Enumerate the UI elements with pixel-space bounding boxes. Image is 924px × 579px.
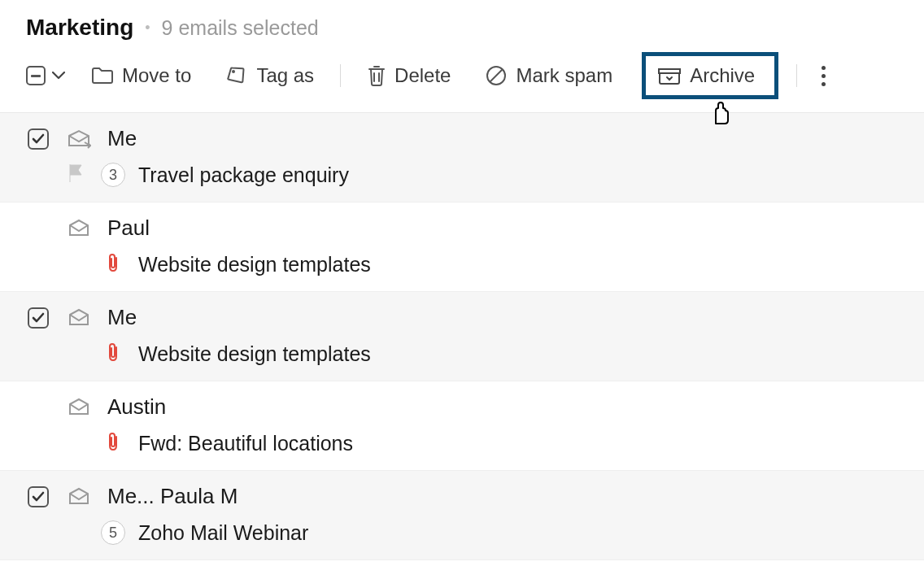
email-subject: Website design templates bbox=[138, 253, 371, 276]
email-subject: Zoho Mail Webinar bbox=[138, 521, 308, 545]
mark-spam-button[interactable]: Mark spam bbox=[477, 59, 621, 92]
more-actions-button[interactable] bbox=[815, 61, 832, 91]
email-row[interactable]: Me... Paula M5Zoho Mail Webinar bbox=[0, 471, 924, 560]
sender-name: Austin bbox=[107, 394, 166, 420]
envelope-icon bbox=[65, 398, 93, 417]
kebab-dot bbox=[822, 74, 826, 78]
mark-spam-label: Mark spam bbox=[516, 64, 612, 87]
move-to-button[interactable]: Move to bbox=[83, 59, 199, 92]
selection-count: 9 emails selected bbox=[162, 16, 319, 40]
envelope-icon bbox=[65, 308, 93, 328]
envelope-icon bbox=[65, 219, 93, 238]
toolbar-separator bbox=[796, 64, 797, 87]
checkbox-indeterminate-icon bbox=[26, 66, 46, 85]
row-checkbox[interactable] bbox=[28, 128, 49, 150]
sender-name: Paul bbox=[107, 215, 150, 241]
row-checkbox[interactable] bbox=[28, 307, 49, 329]
archive-icon bbox=[657, 66, 682, 85]
kebab-dot bbox=[822, 66, 826, 70]
toolbar: Move to Tag as Delete Mark spam Archive bbox=[0, 46, 924, 113]
svg-point-0 bbox=[232, 70, 235, 73]
row-checkbox[interactable] bbox=[28, 486, 49, 507]
kebab-dot bbox=[822, 82, 826, 86]
delete-label: Delete bbox=[394, 64, 451, 87]
attachment-icon bbox=[107, 431, 120, 455]
sender-name: Me bbox=[107, 305, 137, 330]
email-row[interactable]: AustinFwd: Beautiful locations bbox=[0, 381, 924, 471]
sender-name: Me bbox=[107, 126, 137, 151]
tag-as-button[interactable]: Tag as bbox=[217, 59, 322, 92]
archive-label: Archive bbox=[690, 64, 755, 87]
tag-icon bbox=[225, 65, 248, 86]
email-row[interactable]: PaulWebsite design templates bbox=[0, 202, 924, 292]
envelope-icon bbox=[65, 487, 93, 507]
archive-button[interactable]: Archive bbox=[642, 52, 778, 99]
chevron-down-icon bbox=[52, 68, 65, 83]
email-subject: Fwd: Beautiful locations bbox=[138, 432, 353, 455]
select-all-toggle[interactable] bbox=[26, 66, 65, 85]
trash-icon bbox=[367, 64, 386, 87]
email-subject: Travel package enquiry bbox=[138, 163, 349, 187]
thread-count-badge: 5 bbox=[101, 520, 125, 545]
block-icon bbox=[485, 64, 508, 87]
email-row[interactable]: Me3Travel package enquiry bbox=[0, 113, 924, 202]
email-list: Me3Travel package enquiryPaulWebsite des… bbox=[0, 113, 924, 560]
svg-line-2 bbox=[490, 70, 503, 82]
thread-count-badge: 3 bbox=[101, 163, 125, 187]
move-to-label: Move to bbox=[122, 64, 191, 87]
email-subject: Website design templates bbox=[138, 342, 371, 366]
folder-icon bbox=[91, 66, 114, 85]
attachment-icon bbox=[107, 342, 120, 366]
sender-name: Me... Paula M bbox=[107, 484, 238, 509]
envelope-icon bbox=[65, 129, 93, 149]
email-row[interactable]: MeWebsite design templates bbox=[0, 292, 924, 381]
header: Marketing • 9 emails selected bbox=[0, 0, 924, 46]
folder-name: Marketing bbox=[26, 15, 133, 41]
toolbar-separator bbox=[340, 64, 341, 87]
delete-button[interactable]: Delete bbox=[359, 59, 459, 92]
separator-dot: • bbox=[145, 20, 150, 37]
attachment-icon bbox=[107, 252, 120, 276]
flag-icon[interactable] bbox=[67, 163, 85, 187]
tag-as-label: Tag as bbox=[256, 64, 314, 87]
